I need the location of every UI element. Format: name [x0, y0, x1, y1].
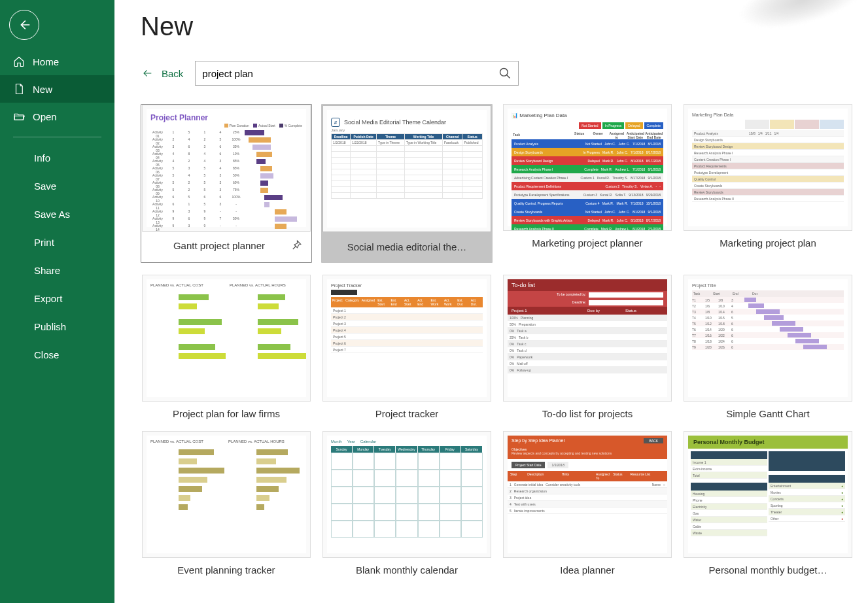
template-label: Project tracker — [321, 402, 493, 419]
sidebar-item-saveas[interactable]: Save As — [0, 200, 114, 228]
template-card-idea-planner[interactable]: Step by Step Idea PlannerBACK Objectives… — [502, 431, 673, 576]
sidebar-label: Save — [34, 181, 56, 192]
template-thumb: Project Title TaskStartEndDur. T11/51/83… — [684, 275, 852, 402]
sidebar-item-share[interactable]: Share — [0, 256, 114, 284]
thumb-subtitle: Year — [347, 439, 355, 443]
template-thumb: # Social Media Editorial Theme Calendar … — [322, 105, 491, 232]
template-thumb: Project Tracker ProjectCategoryAssignedE… — [322, 275, 491, 402]
svg-point-0 — [500, 69, 508, 77]
arrow-left-icon — [141, 68, 155, 78]
thumb-subtitle: Calendar — [360, 439, 376, 443]
thumb-title: Social Media Editorial Theme Calendar — [344, 119, 446, 126]
template-card-gantt-planner[interactable]: Project Planner Plan DurationActual Star… — [141, 104, 312, 263]
home-icon — [13, 56, 25, 67]
thumb-title: Marketing Plan Data — [519, 112, 566, 118]
sidebar-label: Save As — [34, 209, 70, 220]
thumb-title: Project Planner — [150, 113, 302, 122]
sidebar-label: Print — [34, 237, 54, 248]
template-label: Blank monthly calendar — [321, 558, 493, 576]
template-thumb: Marketing Plan Data Product Analysis10/8… — [684, 104, 852, 231]
sidebar-label: Export — [34, 293, 62, 304]
template-card-personal-budget[interactable]: Personal Monthly Budget Income 1 Extra i… — [682, 431, 854, 576]
new-file-icon — [13, 83, 25, 95]
sidebar-item-info[interactable]: Info — [0, 144, 114, 172]
search-icon[interactable] — [498, 67, 512, 80]
template-thumb: Project Planner Plan DurationActual Star… — [142, 105, 311, 232]
back-link[interactable]: Back — [141, 68, 183, 79]
thumb-title: PLANNED vs. ACTUAL COST — [150, 283, 226, 287]
sidebar-label: Info — [34, 152, 50, 164]
template-card-event-tracker[interactable]: PLANNED vs. ACTUAL COST PLANNED vs. ACTU… — [141, 431, 312, 576]
template-card-simple-gantt[interactable]: Project Title TaskStartEndDur. T11/51/83… — [682, 275, 854, 419]
template-label: Event planning tracker — [141, 558, 312, 576]
back-link-label: Back — [162, 68, 183, 79]
template-grid: Project Planner Plan DurationActual Star… — [141, 104, 842, 576]
template-card-law-firms[interactable]: PLANNED vs. ACTUAL COST PLANNED vs. ACTU… — [141, 275, 312, 419]
template-label: Social media editorial the… — [322, 232, 491, 262]
folder-open-icon — [13, 111, 25, 122]
sidebar-item-new[interactable]: New — [0, 75, 114, 103]
template-label: Simple Gantt Chart — [682, 402, 854, 419]
sidebar-item-export[interactable]: Export — [0, 284, 114, 313]
sidebar-item-home[interactable]: Home — [0, 48, 114, 75]
sidebar-item-open[interactable]: Open — [0, 103, 114, 130]
thumb-title: Project Title — [692, 283, 844, 288]
sidebar-label: Home — [33, 56, 59, 67]
backstage-sidebar: Home New Open Info Save Save As Print Sh… — [0, 0, 114, 603]
sidebar-label: Open — [33, 111, 57, 122]
template-label: Personal monthly budget… — [682, 558, 854, 576]
thumb-title: Personal Monthly Budget — [688, 436, 848, 449]
thumb-title: PLANNED vs. ACTUAL HOURS — [230, 283, 306, 287]
template-label: Gantt project planner — [149, 240, 289, 251]
template-card-mkt-plan[interactable]: Marketing Plan Data Product Analysis10/8… — [682, 104, 854, 263]
template-label: Project plan for law firms — [141, 402, 312, 419]
thumb-title: Step by Step Idea Planner — [512, 438, 565, 443]
template-thumb: Step by Step Idea PlannerBACK Objectives… — [503, 431, 672, 558]
template-label: Marketing project plan — [682, 231, 854, 249]
sidebar-label: Close — [34, 349, 59, 360]
template-thumb: Personal Monthly Budget Income 1 Extra i… — [684, 431, 852, 558]
thumb-subtitle: Month — [331, 439, 342, 443]
thumb-title: Marketing Plan Data — [692, 112, 844, 117]
template-thumb: To-do list To be completed by: Name Dead… — [503, 275, 672, 402]
template-label: Idea planner — [502, 558, 673, 576]
template-card-mkt-planner[interactable]: 📊 Marketing Plan Data Not Started In Pro… — [502, 104, 673, 263]
search-input[interactable] — [202, 68, 498, 79]
sidebar-label: Publish — [34, 321, 66, 332]
decorative-feather — [708, 0, 868, 66]
template-card-todo[interactable]: To-do list To be completed by: Name Dead… — [502, 275, 673, 419]
thumb-title: PLANNED vs. ACTUAL COST — [150, 439, 224, 443]
template-thumb: PLANNED vs. ACTUAL COST PLANNED vs. ACTU… — [142, 275, 311, 402]
template-thumb: 📊 Marketing Plan Data Not Started In Pro… — [503, 104, 672, 231]
sidebar-label: Share — [34, 265, 60, 276]
template-label: Marketing project planner — [502, 231, 673, 249]
template-thumb: PLANNED vs. ACTUAL COST PLANNED vs. ACTU… — [142, 431, 311, 558]
template-label: To-do list for projects — [502, 402, 673, 419]
template-card-proj-tracker[interactable]: Project Tracker ProjectCategoryAssignedE… — [321, 275, 493, 419]
sidebar-item-save[interactable]: Save — [0, 172, 114, 200]
sidebar-item-print[interactable]: Print — [0, 228, 114, 256]
template-card-social-media[interactable]: # Social Media Editorial Theme Calendar … — [321, 104, 493, 263]
thumb-title: To-do list — [508, 279, 667, 291]
main-content: New Back Project Planner Plan DurationAc… — [114, 0, 868, 603]
template-thumb: MonthYearCalendar SundayMondayTuesdayWed… — [322, 431, 491, 558]
template-search-box[interactable] — [195, 61, 519, 86]
sidebar-item-publish[interactable]: Publish — [0, 313, 114, 341]
sidebar-item-close[interactable]: Close — [0, 341, 114, 369]
thumb-title: PLANNED vs. ACTUAL HOURS — [228, 439, 302, 443]
sidebar-label: New — [33, 84, 52, 95]
arrow-left-icon — [17, 18, 31, 32]
pin-icon[interactable] — [289, 238, 304, 252]
thumb-title: Project Tracker — [331, 283, 483, 288]
sidebar-separator — [13, 137, 101, 137]
back-circle-button[interactable] — [9, 10, 39, 40]
template-card-blank-calendar[interactable]: MonthYearCalendar SundayMondayTuesdayWed… — [321, 431, 493, 576]
